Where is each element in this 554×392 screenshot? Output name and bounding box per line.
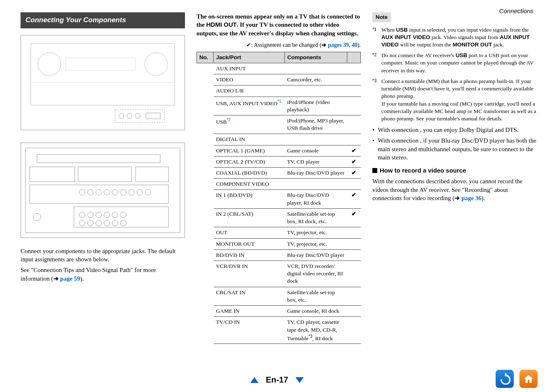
footnote-1: *1 When USB input is selected, you can i…: [372, 26, 538, 49]
text: ).: [80, 275, 84, 282]
svg-point-20: [96, 189, 102, 195]
svg-point-30: [104, 212, 110, 218]
svg-point-37: [112, 220, 118, 226]
page-number: En-17: [266, 375, 288, 385]
svg-point-23: [120, 189, 126, 195]
svg-rect-10: [25, 148, 180, 233]
th-tick: [347, 52, 361, 63]
svg-point-24: [129, 189, 134, 195]
table-row: IN 2 (CBL/SAT)Satellite/cable set-top bo…: [197, 208, 361, 227]
svg-point-7: [127, 113, 132, 118]
table-row: COAXIAL (BD/DVD)Blu-ray Disc/DVD player✔: [197, 168, 361, 179]
svg-point-25: [137, 189, 143, 195]
svg-point-35: [96, 220, 102, 226]
svg-rect-3: [66, 58, 136, 70]
section-title: Connecting Your Components: [21, 12, 185, 28]
svg-point-21: [104, 189, 110, 195]
footnote-2: *2 Do not connect the AV receiver's USB …: [372, 52, 538, 74]
svg-point-17: [33, 213, 41, 221]
svg-rect-5: [115, 109, 164, 122]
svg-point-27: [79, 212, 85, 218]
svg-point-1: [38, 53, 61, 76]
svg-point-33: [79, 220, 85, 226]
text: ,: [349, 42, 352, 48]
svg-point-38: [120, 220, 126, 226]
footnote-index: *2: [372, 52, 379, 74]
text: Connect a turntable (MM) that has a phon…: [381, 78, 538, 100]
assignment-note: ✔: Assignment can be changed (➔ pages 39…: [196, 42, 361, 49]
text: ).: [358, 42, 361, 48]
text: See "Connection Tips and Video Signal Pa…: [21, 267, 156, 281]
footnote-3: *3 Connect a turntable (MM) that has a p…: [372, 78, 538, 122]
col2-intro: The on-screen menus appear only on a TV …: [196, 12, 361, 37]
table-row: CBL/SAT INSatellite/cable set-top box, e…: [197, 287, 361, 305]
svg-rect-11: [37, 154, 160, 163]
col1-paragraph-2: See "Connection Tips and Video Signal Pa…: [21, 266, 185, 283]
home-icon[interactable]: [519, 370, 538, 388]
table-row: IN 1 (BD/DVD)Blu-ray Disc/DVD player, RI…: [197, 190, 361, 208]
table-row: MONITOR OUTTV, projector, etc.: [197, 238, 361, 249]
table-row: USB*2iPod/iPhone, MP3 player, USB flash …: [197, 115, 361, 134]
svg-point-32: [120, 212, 126, 218]
table-row: BD/DVD INBlu-ray Disc/DVD player: [197, 249, 361, 261]
table-row: TV/CD INTV, CD player, cassette tape dec…: [197, 317, 361, 344]
subheading-record: How to record a video source: [372, 166, 538, 175]
svg-rect-13: [78, 167, 132, 182]
th-no: No.: [197, 52, 214, 63]
text: If your turntable has a moving coil (MC)…: [381, 100, 538, 123]
text: With connection , you can enjoy Dolby Di…: [378, 126, 518, 134]
next-page-icon[interactable]: [295, 377, 304, 383]
table-row: VCR/DVR INVCR, DVD recorder/ digital vid…: [197, 261, 361, 287]
svg-point-8: [135, 113, 140, 118]
svg-point-36: [104, 220, 110, 226]
table-row: GAME INGame console, RI dock: [197, 306, 361, 317]
svg-rect-14: [136, 167, 169, 182]
svg-point-28: [88, 212, 93, 218]
table-row: VIDEOCamcorder, etc.: [197, 74, 361, 85]
svg-point-26: [145, 189, 151, 195]
th-components: Components: [285, 52, 347, 63]
table-row: OUTTV, projector, etc.: [197, 227, 361, 238]
link-page-36[interactable]: page 36: [462, 195, 482, 201]
table-row: USB, AUX INPUT VIDEO*1iPod/iPhone (video…: [197, 97, 361, 115]
svg-rect-12: [30, 167, 75, 182]
svg-point-29: [96, 212, 102, 218]
svg-point-19: [88, 189, 93, 195]
link-page-40[interactable]: 40: [352, 42, 358, 48]
rear-panel-diagram: [21, 143, 185, 238]
jack-port-table: No. Jack/Port Components AUX INPUT VIDEO…: [196, 52, 361, 344]
table-row: AUX INPUT: [197, 63, 361, 74]
col1-paragraph-1: Connect your components to the appropria…: [21, 247, 185, 264]
svg-point-6: [119, 113, 124, 118]
note-label: Note: [372, 12, 391, 22]
svg-rect-4: [31, 83, 175, 105]
back-icon[interactable]: [496, 370, 514, 388]
text: With the connections described above, yo…: [372, 178, 523, 201]
svg-rect-0: [31, 44, 175, 105]
svg-point-2: [145, 53, 168, 76]
text: ).: [481, 195, 485, 201]
text: ✔: Assignment can be changed (: [246, 42, 321, 48]
bullet-1: •With connection , you can enjoy Dolby D…: [372, 126, 538, 134]
table-row: OPTICAL 2 (TV/CD)TV, CD player✔: [197, 156, 361, 167]
table-row: COMPONENT VIDEO: [197, 179, 361, 190]
breadcrumb: Connections: [499, 7, 533, 14]
svg-point-31: [112, 212, 118, 218]
link-pages-39[interactable]: pages 39: [328, 42, 349, 48]
table-row: OPTICAL 1 (GAME)Game console✔: [197, 145, 361, 156]
col3-paragraph: With the connections described above, yo…: [372, 177, 538, 202]
footnote-index: *3: [372, 78, 379, 122]
bullet-2: •With connection , if your Blu-ray Disc/…: [372, 136, 538, 161]
front-panel-diagram: [21, 35, 185, 130]
svg-point-18: [79, 189, 85, 195]
text: With connection , if your Blu-ray Disc/D…: [378, 136, 538, 161]
svg-rect-15: [30, 185, 169, 203]
link-page-59[interactable]: page 59: [60, 275, 80, 282]
prev-page-icon[interactable]: [250, 377, 259, 383]
svg-point-34: [88, 220, 93, 226]
page-footer: En-17: [0, 375, 554, 385]
th-jack: Jack/Port: [214, 52, 285, 63]
svg-point-22: [112, 189, 118, 195]
table-row: DIGITAL IN: [197, 134, 361, 145]
svg-rect-9: [146, 113, 160, 119]
